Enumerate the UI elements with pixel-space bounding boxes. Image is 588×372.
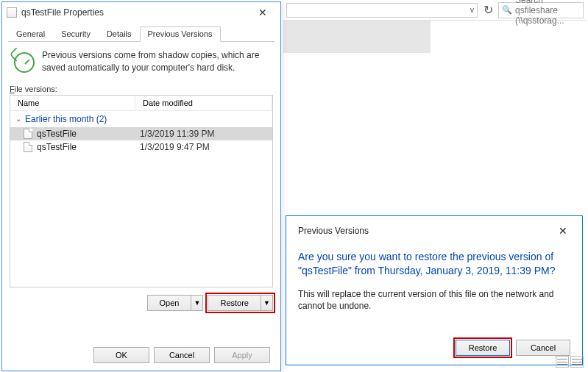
list-item[interactable]: qsTestFile 1/3/2019 11:39 PM	[10, 127, 272, 140]
chevron-down-icon: v	[470, 6, 474, 14]
refresh-icon: ↻	[483, 3, 493, 17]
view-details-icon[interactable]	[556, 356, 569, 368]
open-dropdown[interactable]: ▼	[191, 295, 203, 311]
file-icon	[24, 142, 32, 152]
close-button[interactable]: ✕	[556, 225, 570, 237]
dialog-buttons: OK Cancel Apply	[93, 347, 270, 363]
file-date: 1/3/2019 9:47 PM	[140, 142, 210, 152]
close-icon: ✕	[258, 7, 267, 18]
properties-window: qsTestFile Properties ✕ General Security…	[1, 1, 281, 371]
window-title: qsTestFile Properties	[21, 7, 249, 18]
open-button-group: Open ▼	[147, 295, 204, 311]
restore-button-group: Restore ▼	[208, 295, 273, 311]
file-name: qsTestFile	[37, 142, 140, 152]
file-date: 1/3/2019 11:39 PM	[140, 129, 214, 139]
chevron-down-icon: ▼	[263, 299, 270, 307]
close-button[interactable]: ✕	[249, 5, 276, 20]
chevron-down-icon: ⌄	[15, 115, 22, 123]
titlebar[interactable]: qsTestFile Properties ✕	[2, 2, 280, 23]
versions-label: File versions:	[10, 85, 273, 93]
cancel-button[interactable]: Cancel	[154, 347, 210, 363]
explorer-toolbar: v ↻ 🔍 Search qsfileshare (\\qsstorag...	[283, 0, 587, 21]
search-icon: 🔍	[502, 5, 512, 15]
versions-list: Name Date modified ⌄ Earlier this month …	[10, 95, 273, 287]
explorer-ribbon-stub	[283, 21, 431, 53]
ok-button[interactable]: OK	[93, 347, 149, 363]
search-input[interactable]: 🔍 Search qsfileshare (\\qsstorag...	[498, 2, 584, 18]
tabs: General Security Details Previous Versio…	[8, 26, 274, 42]
file-icon	[24, 129, 32, 139]
confirm-titlebar: Previous Versions ✕	[298, 225, 570, 237]
action-buttons: Open ▼ Restore ▼	[10, 295, 273, 311]
open-button[interactable]: Open	[147, 295, 192, 311]
tab-security[interactable]: Security	[53, 26, 99, 42]
list-header: Name Date modified	[10, 96, 272, 111]
tab-previous-versions[interactable]: Previous Versions	[140, 26, 221, 42]
search-placeholder: Search qsfileshare (\\qsstorag...	[515, 0, 580, 26]
file-icon	[7, 7, 17, 18]
apply-button[interactable]: Apply	[214, 347, 270, 363]
view-mode-icons	[556, 356, 584, 368]
restore-dropdown[interactable]: ▼	[261, 295, 273, 311]
confirm-main-message: Are you sure you want to restore the pre…	[298, 250, 570, 278]
list-item[interactable]: qsTestFile 1/3/2019 9:47 PM	[10, 140, 272, 154]
column-name[interactable]: Name	[10, 96, 135, 110]
tab-details[interactable]: Details	[99, 26, 140, 42]
confirm-restore-button[interactable]: Restore	[456, 340, 510, 356]
file-name: qsTestFile	[37, 129, 140, 139]
close-icon: ✕	[559, 225, 567, 237]
confirm-title: Previous Versions	[298, 226, 369, 236]
confirm-cancel-button[interactable]: Cancel	[516, 340, 570, 356]
confirm-dialog: Previous Versions ✕ Are you sure you wan…	[286, 215, 583, 365]
group-label: Earlier this month (2)	[25, 114, 107, 124]
chevron-down-icon: ▼	[194, 299, 201, 307]
column-date[interactable]: Date modified	[135, 96, 272, 110]
history-icon	[14, 52, 35, 73]
address-bar-dropdown[interactable]: v	[286, 3, 478, 18]
confirm-buttons: Restore Cancel	[456, 340, 570, 356]
info-row: Previous versions come from shadow copie…	[10, 49, 273, 74]
confirm-sub-message: This will replace the current version of…	[298, 288, 570, 312]
tab-general[interactable]: General	[8, 26, 53, 42]
info-text: Previous versions come from shadow copie…	[42, 49, 269, 74]
restore-button[interactable]: Restore	[208, 295, 261, 311]
group-earlier-this-month[interactable]: ⌄ Earlier this month (2)	[10, 111, 272, 127]
refresh-button[interactable]: ↻	[481, 3, 495, 18]
view-list-icon[interactable]	[570, 356, 584, 368]
